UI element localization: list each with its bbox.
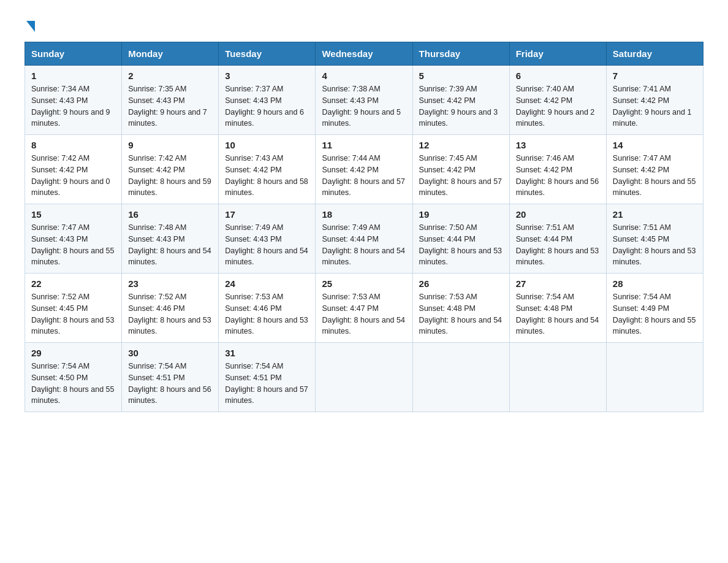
day-info: Sunrise: 7:34 AMSunset: 4:43 PMDaylight:… (31, 85, 110, 128)
day-info: Sunrise: 7:37 AMSunset: 4:43 PMDaylight:… (225, 85, 304, 128)
calendar-cell: 21 Sunrise: 7:51 AMSunset: 4:45 PMDaylig… (606, 204, 703, 274)
day-number: 14 (613, 140, 697, 150)
day-info: Sunrise: 7:53 AMSunset: 4:48 PMDaylight:… (419, 293, 502, 335)
calendar-cell: 18 Sunrise: 7:49 AMSunset: 4:44 PMDaylig… (316, 204, 412, 274)
day-number: 8 (31, 140, 115, 150)
calendar-cell: 3 Sunrise: 7:37 AMSunset: 4:43 PMDayligh… (219, 66, 316, 135)
day-info: Sunrise: 7:53 AMSunset: 4:47 PMDaylight:… (322, 293, 405, 335)
calendar-cell: 23 Sunrise: 7:52 AMSunset: 4:46 PMDaylig… (122, 274, 219, 343)
day-info: Sunrise: 7:54 AMSunset: 4:48 PMDaylight:… (516, 293, 599, 335)
day-number: 1 (31, 71, 115, 81)
day-header-tuesday: Tuesday (219, 42, 316, 66)
calendar-cell (412, 343, 509, 412)
calendar-cell: 7 Sunrise: 7:41 AMSunset: 4:42 PMDayligh… (606, 66, 703, 135)
day-info: Sunrise: 7:47 AMSunset: 4:42 PMDaylight:… (613, 154, 696, 197)
calendar-cell: 26 Sunrise: 7:53 AMSunset: 4:48 PMDaylig… (412, 274, 509, 343)
day-number: 7 (613, 71, 697, 81)
day-number: 18 (322, 209, 406, 220)
calendar-cell: 24 Sunrise: 7:53 AMSunset: 4:46 PMDaylig… (219, 274, 316, 343)
calendar-cell (509, 343, 606, 412)
day-number: 12 (419, 140, 503, 150)
day-number: 13 (516, 140, 600, 150)
day-info: Sunrise: 7:52 AMSunset: 4:45 PMDaylight:… (31, 293, 115, 335)
day-number: 20 (516, 209, 600, 220)
calendar-cell: 20 Sunrise: 7:51 AMSunset: 4:44 PMDaylig… (509, 204, 606, 274)
day-number: 6 (516, 71, 600, 81)
day-info: Sunrise: 7:49 AMSunset: 4:44 PMDaylight:… (322, 223, 405, 266)
calendar-cell: 15 Sunrise: 7:47 AMSunset: 4:43 PMDaylig… (25, 204, 122, 274)
day-info: Sunrise: 7:39 AMSunset: 4:42 PMDaylight:… (419, 85, 498, 128)
day-number: 26 (419, 278, 503, 289)
day-info: Sunrise: 7:54 AMSunset: 4:51 PMDaylight:… (225, 362, 308, 405)
calendar-cell: 13 Sunrise: 7:46 AMSunset: 4:42 PMDaylig… (509, 135, 606, 204)
day-info: Sunrise: 7:46 AMSunset: 4:42 PMDaylight:… (516, 154, 599, 197)
calendar-cell: 29 Sunrise: 7:54 AMSunset: 4:50 PMDaylig… (25, 343, 122, 412)
day-number: 22 (31, 278, 115, 289)
day-number: 3 (225, 71, 309, 81)
calendar-cell: 17 Sunrise: 7:49 AMSunset: 4:43 PMDaylig… (219, 204, 316, 274)
calendar-cell: 16 Sunrise: 7:48 AMSunset: 4:43 PMDaylig… (122, 204, 219, 274)
calendar-cell: 2 Sunrise: 7:35 AMSunset: 4:43 PMDayligh… (122, 66, 219, 135)
calendar-cell: 9 Sunrise: 7:42 AMSunset: 4:42 PMDayligh… (122, 135, 219, 204)
day-number: 19 (419, 209, 503, 220)
day-header-sunday: Sunday (25, 42, 122, 66)
calendar-cell: 6 Sunrise: 7:40 AMSunset: 4:42 PMDayligh… (509, 66, 606, 135)
calendar-cell: 22 Sunrise: 7:52 AMSunset: 4:45 PMDaylig… (25, 274, 122, 343)
day-info: Sunrise: 7:42 AMSunset: 4:42 PMDaylight:… (128, 154, 211, 197)
calendar-cell: 25 Sunrise: 7:53 AMSunset: 4:47 PMDaylig… (316, 274, 412, 343)
calendar-cell: 27 Sunrise: 7:54 AMSunset: 4:48 PMDaylig… (509, 274, 606, 343)
day-number: 2 (128, 71, 212, 81)
calendar-cell: 5 Sunrise: 7:39 AMSunset: 4:42 PMDayligh… (412, 66, 509, 135)
calendar-cell: 14 Sunrise: 7:47 AMSunset: 4:42 PMDaylig… (606, 135, 703, 204)
day-number: 11 (322, 140, 406, 150)
day-number: 30 (128, 348, 212, 358)
day-number: 5 (419, 71, 503, 81)
day-number: 15 (31, 209, 115, 220)
calendar-week-row: 8 Sunrise: 7:42 AMSunset: 4:42 PMDayligh… (25, 135, 703, 204)
calendar-week-row: 1 Sunrise: 7:34 AMSunset: 4:43 PMDayligh… (25, 66, 703, 135)
day-info: Sunrise: 7:49 AMSunset: 4:43 PMDaylight:… (225, 223, 308, 266)
day-info: Sunrise: 7:50 AMSunset: 4:44 PMDaylight:… (419, 223, 502, 266)
day-info: Sunrise: 7:35 AMSunset: 4:43 PMDaylight:… (128, 85, 207, 128)
calendar-cell: 1 Sunrise: 7:34 AMSunset: 4:43 PMDayligh… (25, 66, 122, 135)
day-info: Sunrise: 7:45 AMSunset: 4:42 PMDaylight:… (419, 154, 502, 197)
day-info: Sunrise: 7:53 AMSunset: 4:46 PMDaylight:… (225, 293, 308, 335)
day-info: Sunrise: 7:51 AMSunset: 4:44 PMDaylight:… (516, 223, 599, 266)
day-number: 27 (516, 278, 600, 289)
day-number: 9 (128, 140, 212, 150)
day-info: Sunrise: 7:54 AMSunset: 4:51 PMDaylight:… (128, 362, 211, 405)
day-info: Sunrise: 7:48 AMSunset: 4:43 PMDaylight:… (128, 223, 211, 266)
day-header-monday: Monday (122, 42, 219, 66)
day-header-saturday: Saturday (606, 42, 703, 66)
day-number: 17 (225, 209, 309, 220)
day-header-friday: Friday (509, 42, 606, 66)
calendar-week-row: 29 Sunrise: 7:54 AMSunset: 4:50 PMDaylig… (25, 343, 703, 412)
calendar-week-row: 22 Sunrise: 7:52 AMSunset: 4:45 PMDaylig… (25, 274, 703, 343)
day-info: Sunrise: 7:52 AMSunset: 4:46 PMDaylight:… (128, 293, 211, 335)
calendar-cell: 30 Sunrise: 7:54 AMSunset: 4:51 PMDaylig… (122, 343, 219, 412)
day-number: 28 (613, 278, 697, 289)
day-number: 4 (322, 71, 406, 81)
day-number: 24 (225, 278, 309, 289)
day-info: Sunrise: 7:47 AMSunset: 4:43 PMDaylight:… (31, 223, 115, 266)
day-info: Sunrise: 7:44 AMSunset: 4:42 PMDaylight:… (322, 154, 405, 197)
day-info: Sunrise: 7:40 AMSunset: 4:42 PMDaylight:… (516, 85, 595, 128)
calendar-cell: 8 Sunrise: 7:42 AMSunset: 4:42 PMDayligh… (25, 135, 122, 204)
logo (25, 18, 35, 29)
calendar-cell: 12 Sunrise: 7:45 AMSunset: 4:42 PMDaylig… (412, 135, 509, 204)
day-number: 29 (31, 348, 115, 358)
calendar-cell (606, 343, 703, 412)
day-number: 25 (322, 278, 406, 289)
calendar-week-row: 15 Sunrise: 7:47 AMSunset: 4:43 PMDaylig… (25, 204, 703, 274)
day-number: 23 (128, 278, 212, 289)
calendar-cell: 10 Sunrise: 7:43 AMSunset: 4:42 PMDaylig… (219, 135, 316, 204)
page-header (25, 18, 703, 29)
day-info: Sunrise: 7:42 AMSunset: 4:42 PMDaylight:… (31, 154, 110, 197)
days-header-row: SundayMondayTuesdayWednesdayThursdayFrid… (25, 42, 703, 66)
day-info: Sunrise: 7:38 AMSunset: 4:43 PMDaylight:… (322, 85, 401, 128)
calendar-cell: 19 Sunrise: 7:50 AMSunset: 4:44 PMDaylig… (412, 204, 509, 274)
day-number: 16 (128, 209, 212, 220)
day-info: Sunrise: 7:43 AMSunset: 4:42 PMDaylight:… (225, 154, 308, 197)
calendar-cell (316, 343, 412, 412)
logo-arrow-icon (26, 21, 35, 32)
